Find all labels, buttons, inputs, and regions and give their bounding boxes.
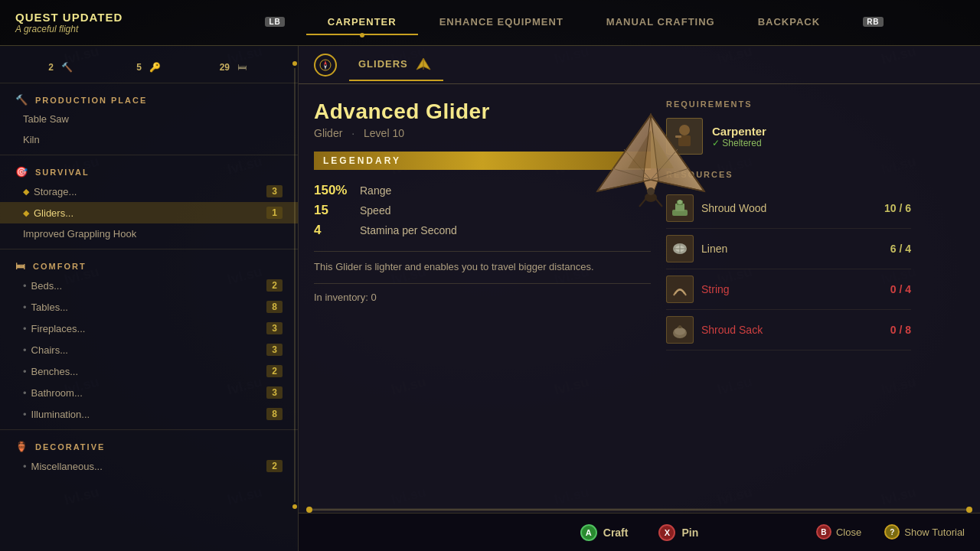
shroud-sack-name: Shroud Sack [701, 324, 763, 336]
shroud-sack-icon [666, 316, 694, 344]
tab-manual-crafting[interactable]: MANUAL CRAFTING [585, 10, 737, 35]
sidebar-item-grappling-hook[interactable]: Improved Grappling Hook [0, 223, 298, 244]
compass-icon [314, 54, 337, 77]
craft-label: Craft [603, 527, 629, 539]
rarity-label: LEGENDARY [323, 155, 401, 166]
item-detail: Advanced Glider Glider · Level 10 LEGEND… [299, 84, 980, 551]
chairs-label: Chairs... [31, 344, 267, 356]
h-scroll-end [966, 507, 972, 513]
section-production-label: PRODUCTION PLACE [35, 96, 147, 105]
miscellaneous-label: Miscellaneous... [31, 461, 267, 472]
active-tab-dot [360, 33, 364, 37]
divider-2 [0, 155, 298, 155]
bullet-chairs: • [23, 344, 27, 356]
grappling-hook-label: Improved Grappling Hook [23, 228, 283, 240]
stat-29a: 29 🛏 [191, 60, 262, 75]
sidebar-item-chairs[interactable]: • Chairs... 3 [0, 339, 298, 360]
linen-count: 6 / 4 [890, 243, 911, 255]
quest-updated-section: QUEST UPDATED A graceful flight [0, 11, 168, 34]
sidebar-item-illumination[interactable]: • Illumination... 8 [0, 403, 298, 425]
rb-badge: RB [863, 17, 883, 27]
tables-count: 8 [266, 301, 283, 313]
item-description: This Glider is lighter and enables you t… [314, 259, 605, 276]
speed-label: Speed [360, 204, 390, 217]
storage-count: 3 [266, 185, 283, 197]
sidebar-item-fireplaces[interactable]: • Fireplaces... 3 [0, 318, 298, 339]
tab-enhance-equipment[interactable]: ENHANCE EQUIPMENT [418, 10, 585, 35]
sidebar-item-tables[interactable]: • Tables... 8 [0, 296, 298, 318]
divider-4 [0, 429, 298, 430]
storage-label: Storage... [34, 186, 266, 197]
tab-rb-badge: RB [841, 11, 904, 34]
divider-1 [0, 83, 298, 83]
sidebar-item-miscellaneous[interactable]: • Miscellaneous... 2 [0, 455, 298, 477]
gliders-tab-icon [413, 54, 434, 75]
pin-badge: X [658, 524, 675, 541]
tab-carpenter-lb: LB [243, 11, 305, 34]
svg-point-34 [675, 328, 685, 335]
h-scroll-track [306, 509, 972, 510]
lb-badge: LB [265, 17, 284, 27]
survival-icon: 🎯 [15, 166, 29, 178]
diamond-gliders: ◆ [23, 208, 29, 218]
sidebar-item-bathroom[interactable]: • Bathroom... 3 [0, 382, 298, 403]
sidebar-item-beds[interactable]: • Beds... 2 [0, 275, 298, 296]
diamond-storage: ◆ [23, 187, 29, 197]
bullet-benches: • [23, 366, 27, 377]
sidebar-scroll-bottom [292, 504, 297, 509]
section-production: 🔨 PRODUCTION PLACE [0, 88, 298, 109]
bullet-fireplaces: • [23, 323, 27, 334]
req-condition: Sheltered [712, 138, 766, 148]
horizontal-scrollbar[interactable] [306, 508, 972, 511]
req-profession: Carpenter [712, 125, 766, 138]
content-area: GLIDERS Advanced Glider Glider · Level 1… [299, 46, 980, 551]
resource-string: String 0 / 4 [666, 269, 911, 310]
bullet-bathroom: • [23, 387, 27, 399]
tab-carpenter[interactable]: CARPENTER [306, 10, 418, 35]
sidebar-item-kiln[interactable]: Kiln [0, 129, 298, 150]
tab-manual-label: MANUAL CRAFTING [606, 16, 715, 28]
gliders-label: Gliders... [34, 207, 266, 219]
tutorial-button[interactable]: ? Show Tutorial [884, 524, 965, 540]
nav-tabs: LB CARPENTER ENHANCE EQUIPMENT MANUAL CR… [168, 10, 980, 35]
item-inventory: In inventory: 0 [314, 292, 651, 303]
string-icon [666, 276, 694, 303]
close-badge: B [816, 524, 831, 540]
misc-count: 2 [266, 460, 283, 472]
item-level: Level 10 [364, 127, 404, 139]
benches-label: Benches... [31, 366, 267, 377]
pin-button[interactable]: X Pin [658, 524, 698, 541]
sidebar-item-benches[interactable]: • Benches... 2 [0, 360, 298, 382]
close-button[interactable]: B Close [816, 524, 861, 540]
stat-2: 2 🔨 [15, 60, 88, 75]
fireplaces-count: 3 [266, 322, 283, 334]
top-bar: QUEST UPDATED A graceful flight LB CARPE… [0, 0, 980, 46]
stat-5: 5 🔑 [103, 60, 176, 75]
svg-line-19 [655, 197, 662, 207]
bullet-beds: • [23, 280, 27, 292]
gliders-tab-label: GLIDERS [358, 58, 408, 70]
divider-3 [0, 249, 298, 249]
comfort-icon: 🛏 [15, 260, 27, 272]
tab-carpenter-label: CARPENTER [328, 16, 397, 28]
craft-button[interactable]: A Craft [580, 524, 629, 541]
close-label: Close [836, 527, 861, 538]
sidebar-item-gliders[interactable]: ◆ Gliders... 1 [0, 202, 298, 223]
sidebar-item-storage[interactable]: ◆ Storage... 3 [0, 181, 298, 202]
tab-enhance-label: ENHANCE EQUIPMENT [439, 16, 564, 28]
sidebar-item-table-saw[interactable]: Table Saw [0, 109, 298, 129]
compass-svg [319, 59, 332, 71]
tab-gliders[interactable]: GLIDERS [349, 49, 443, 81]
string-name: String [701, 283, 730, 295]
string-count: 0 / 4 [890, 283, 911, 295]
shroud-sack-left: Shroud Sack [666, 316, 763, 344]
sidebar-scroll-track [294, 68, 296, 502]
svg-line-18 [639, 197, 647, 207]
svg-marker-2 [324, 65, 327, 70]
content-tab-bar: GLIDERS [299, 46, 980, 84]
tab-backpack[interactable]: BACKPACK [737, 10, 841, 35]
pin-label: Pin [681, 527, 698, 539]
sidebar-scroll [292, 61, 297, 509]
tutorial-label: Show Tutorial [904, 527, 965, 538]
section-survival-label: SURVIVAL [35, 168, 90, 177]
